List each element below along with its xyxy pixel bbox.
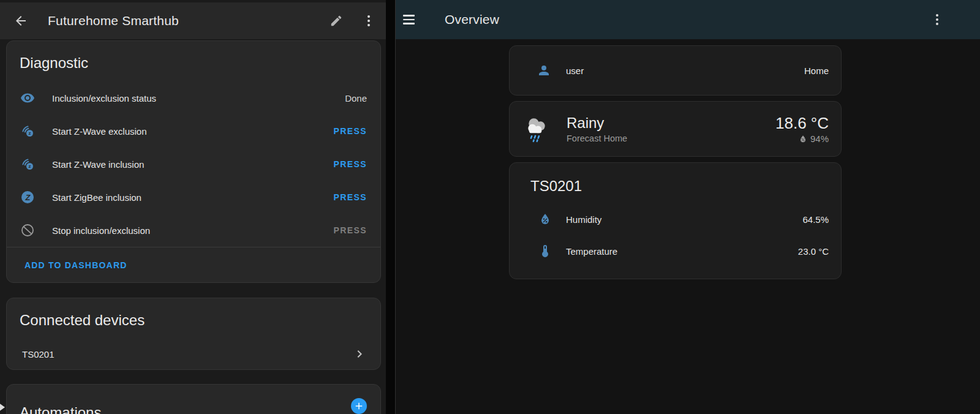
weather-source: Forecast Home: [567, 134, 627, 143]
inclusion-status-row[interactable]: Inclusion/exclusion status Done: [7, 81, 380, 115]
zigbee-icon: Z: [20, 190, 35, 205]
stop-inclusion-row[interactable]: Stop inclusion/exclusion PRESS: [7, 214, 380, 247]
z-wave-icon: z: [20, 124, 35, 138]
sensor-value: 64.5%: [802, 214, 829, 225]
chevron-right-icon: [352, 347, 367, 361]
svg-text:z: z: [29, 130, 31, 136]
edit-pencil-icon[interactable]: [329, 13, 344, 28]
row-label: Inclusion/exclusion status: [52, 93, 156, 104]
add-automation-button[interactable]: [351, 398, 367, 414]
weather-readings-block: 18.6 °C 94%: [775, 114, 829, 144]
weather-condition: Rainy: [567, 115, 627, 132]
connected-devices-card: Connected devices TS0201: [6, 298, 381, 370]
left-app-bar: Futurehome Smarthub: [0, 2, 386, 39]
user-state: Home: [804, 66, 829, 76]
press-button[interactable]: PRESS: [334, 192, 367, 202]
left-overflow-menu-icon[interactable]: [361, 13, 376, 28]
sensor-label: Humidity: [566, 214, 601, 225]
weather-rainy-icon: [522, 115, 551, 143]
right-app-bar: Overview: [396, 0, 980, 39]
humidity-icon: [538, 212, 552, 227]
weather-temperature: 18.6 °C: [775, 114, 829, 132]
cancel-icon: [20, 223, 35, 238]
sensor-value: 23.0 °C: [798, 246, 829, 257]
row-label: Start ZigBee inclusion: [52, 192, 141, 203]
row-status-value: Done: [345, 93, 367, 104]
back-button[interactable]: [13, 13, 28, 28]
press-button-disabled: PRESS: [334, 225, 367, 235]
temperature-row[interactable]: Temperature 23.0 °C: [510, 235, 841, 267]
ts0201-card: TS0201 Humidity 64.5% Temperature 23.0 °…: [509, 162, 842, 279]
svg-text:z: z: [29, 164, 31, 169]
zigbee-inclusion-row[interactable]: Z Start ZigBee inclusion PRESS: [7, 181, 380, 214]
humidity-row[interactable]: Humidity 64.5%: [510, 203, 841, 235]
press-button[interactable]: PRESS: [334, 126, 367, 136]
weather-forecast-card[interactable]: Rainy Forecast Home 18.6 °C 94%: [509, 101, 842, 157]
corner-pointer-artifact: [0, 402, 5, 412]
diagnostic-card: Diagnostic Inclusion/exclusion status Do…: [6, 40, 381, 283]
row-label: Start Z-Wave exclusion: [52, 126, 147, 137]
device-list-item[interactable]: TS0201: [7, 339, 380, 369]
sensor-label: Temperature: [566, 246, 617, 257]
weather-main-block: Rainy Forecast Home: [567, 115, 627, 143]
account-icon: [537, 63, 551, 78]
svg-text:Z: Z: [24, 193, 31, 202]
diagnostic-card-title: Diagnostic: [7, 41, 380, 81]
device-name: TS0201: [22, 349, 55, 359]
eye-icon: [20, 91, 35, 105]
right-overflow-menu-icon[interactable]: [930, 12, 944, 27]
device-page-panel: Futurehome Smarthub Diagnostic Inclusion…: [0, 0, 386, 414]
page-title: Futurehome Smarthub: [48, 13, 179, 28]
user-name: user: [566, 66, 584, 76]
automations-title: Automations: [7, 385, 380, 414]
overview-title: Overview: [445, 12, 499, 27]
row-label: Start Z-Wave inclusion: [52, 159, 144, 170]
thermometer-icon: [538, 244, 552, 258]
zwave-exclusion-row[interactable]: z Start Z-Wave exclusion PRESS: [7, 115, 380, 148]
humidity-small-icon: [798, 134, 808, 144]
weather-humidity: 94%: [810, 134, 829, 144]
overview-panel: Overview user Home: [395, 0, 980, 414]
press-button[interactable]: PRESS: [334, 159, 367, 169]
dashboard-column: user Home Rainy: [509, 39, 842, 279]
add-to-dashboard-button[interactable]: ADD TO DASHBOARD: [7, 247, 380, 282]
menu-hamburger-icon[interactable]: [403, 12, 418, 27]
connected-devices-title: Connected devices: [7, 298, 380, 339]
ts0201-card-title: TS0201: [510, 163, 841, 203]
z-wave-icon: z: [20, 157, 35, 171]
plus-icon: [353, 401, 364, 412]
zwave-inclusion-row[interactable]: z Start Z-Wave inclusion PRESS: [7, 148, 380, 181]
left-scroll-area: Diagnostic Inclusion/exclusion status Do…: [0, 39, 386, 414]
automations-card: Automations: [6, 384, 381, 414]
row-label: Stop inclusion/exclusion: [52, 225, 150, 236]
user-entity-card[interactable]: user Home: [509, 45, 842, 96]
